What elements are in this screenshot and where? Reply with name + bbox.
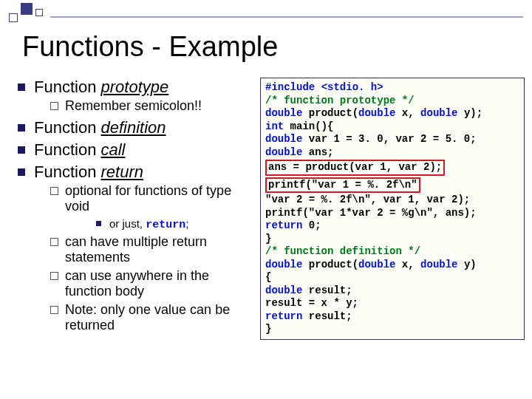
sub-multiple-return: can have multiple return statements (34, 234, 256, 265)
sub-or-just-return: or just, return; (65, 217, 256, 231)
slide-content: Function prototype Remember semicolon!! … (15, 78, 525, 340)
bullet-definition: Function definition (15, 118, 256, 137)
code-block: #include <stdio. h> /* function prototyp… (260, 78, 525, 340)
sub-semicolon: Remember semicolon!! (34, 98, 256, 114)
highlight-call: ans = product(var 1, var 2); (265, 160, 445, 176)
slide-title: Functions - Example (22, 31, 278, 63)
bullet-return: Function return optional for functions o… (15, 163, 256, 333)
bullet-prototype: Function prototype Remember semicolon!! (15, 78, 256, 114)
sub-one-value: Note: only one value can be returned (34, 302, 256, 333)
bullet-call: Function call (15, 140, 256, 160)
sub-anywhere-body: can use anywhere in the function body (34, 268, 256, 299)
highlight-printf: printf("var 1 = %. 2f\n" (265, 177, 420, 194)
sub-optional-void: optional for functions of type void or j… (34, 183, 256, 231)
bullet-column: Function prototype Remember semicolon!! … (15, 78, 256, 340)
slide-decoration (0, 0, 89, 22)
